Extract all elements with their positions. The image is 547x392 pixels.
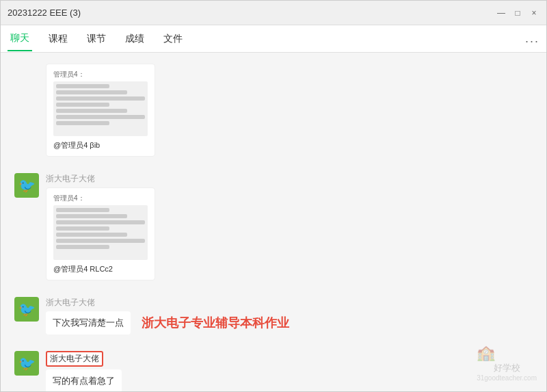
document-card-2: 管理员4： @管理员4 RLCc2 — [46, 187, 155, 280]
main-window: 20231222 EEE (3) — □ × 聊天 课程 课节 成绩 文件 ..… — [0, 0, 547, 392]
doc-line — [56, 96, 145, 101]
doc-line — [56, 233, 127, 237]
close-button[interactable]: × — [529, 8, 539, 18]
maximize-button[interactable]: □ — [512, 8, 523, 18]
doc-line — [56, 109, 127, 113]
sender-name-2: 浙大电子大佬 — [46, 173, 533, 185]
watermark-text: 好学校 — [477, 362, 537, 374]
chat-area[interactable]: 管理员4： @管理员4 βib — [1, 53, 546, 391]
nav-grade[interactable]: 成绩 — [122, 27, 147, 51]
message-block-2: 🐦 浙大电子大佬 管理员4： — [1, 169, 546, 287]
avatar-bird-4: 🐦 — [14, 351, 39, 376]
message-row-2: 🐦 浙大电子大佬 管理员4： — [14, 173, 533, 280]
nav-lesson[interactable]: 课节 — [84, 27, 109, 51]
nav-file[interactable]: 文件 — [161, 27, 185, 51]
nav-bar: 聊天 课程 课节 成绩 文件 ... — [1, 25, 546, 53]
sender-name-3: 浙大电子大佬 — [46, 297, 533, 309]
window-title: 20231222 EEE (3) — [8, 8, 81, 18]
doc-preview-2 — [53, 205, 148, 260]
doc-line — [56, 90, 127, 94]
doc-line — [56, 84, 109, 88]
watermark-url: 31goodteacher.com — [477, 374, 537, 382]
doc-line — [56, 208, 109, 212]
bubble-3: 下次我写清楚一点 — [46, 311, 131, 335]
nav-chat[interactable]: 聊天 — [8, 27, 32, 51]
doc-line — [56, 214, 127, 218]
message-row-1: 管理员4： @管理员4 βib — [14, 64, 533, 157]
message-content-1: 管理员4： @管理员4 βib — [46, 64, 533, 157]
doc-line — [56, 226, 109, 231]
message-content-2: 浙大电子大佬 管理员4： @管理员4 RLCc2 — [46, 173, 533, 280]
avatar-bird-2: 🐦 — [14, 173, 39, 198]
doc-header-2: 管理员4： — [53, 194, 148, 203]
doc-name-1: @管理员4 βib — [53, 140, 148, 151]
message-row-3: 🐦 浙大电子大佬 下次我写清楚一点 浙大电子专业辅导本科作业 — [14, 297, 533, 335]
doc-line — [56, 220, 145, 224]
title-bar: 20231222 EEE (3) — □ × — [1, 1, 546, 25]
message-content-3: 浙大电子大佬 下次我写清楚一点 浙大电子专业辅导本科作业 — [46, 297, 533, 335]
doc-header-1: 管理员4： — [53, 70, 148, 79]
bubble-4: 写的有点着急了 — [46, 369, 122, 391]
title-bar-controls: — □ × — [496, 8, 539, 18]
doc-line — [56, 103, 109, 107]
doc-line — [56, 239, 145, 243]
title-bar-left: 20231222 EEE (3) — [8, 8, 81, 18]
avatar-bird-3: 🐦 — [14, 297, 39, 322]
doc-line — [56, 121, 109, 125]
watermark: 🏫 好学校 31goodteacher.com — [477, 344, 537, 382]
document-card-1: 管理员4： @管理员4 βib — [46, 64, 155, 157]
doc-line — [56, 115, 145, 119]
message-content-4: 浙大电子大佬 写的有点着急了 — [46, 351, 533, 391]
nav-more-button[interactable]: ... — [525, 31, 539, 46]
doc-name-2: @管理员4 RLCc2 — [53, 264, 148, 274]
message-block-1: 管理员4： @管理员4 βib — [1, 60, 546, 164]
message-block-3: 🐦 浙大电子大佬 下次我写清楚一点 浙大电子专业辅导本科作业 — [1, 293, 546, 341]
doc-preview-1 — [53, 81, 148, 136]
watermark-icon: 🏫 — [477, 344, 495, 361]
message-block-4: 🐦 浙大电子大佬 写的有点着急了 — [1, 347, 546, 391]
message-row-4: 🐦 浙大电子大佬 写的有点着急了 — [14, 351, 533, 391]
highlighted-sender-name: 浙大电子大佬 — [46, 351, 103, 367]
red-promo-text: 浙大电子专业辅导本科作业 — [142, 315, 289, 331]
doc-line — [56, 245, 109, 249]
nav-course[interactable]: 课程 — [46, 27, 70, 51]
minimize-button[interactable]: — — [496, 8, 507, 18]
